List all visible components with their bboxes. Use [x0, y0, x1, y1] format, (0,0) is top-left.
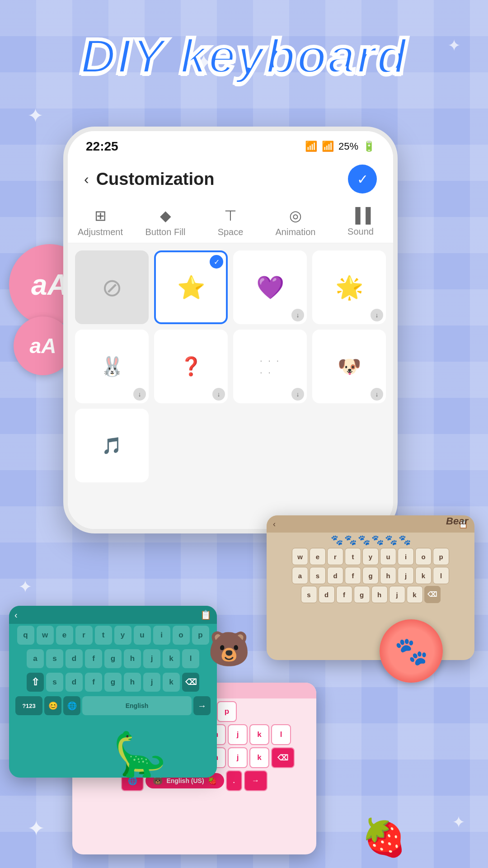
bear-key-j[interactable]: j: [398, 567, 414, 584]
green-key-q[interactable]: q: [17, 626, 34, 645]
green-key-l[interactable]: l: [182, 649, 199, 668]
anim-cell-heart[interactable]: 💜 ↓: [233, 250, 307, 324]
bear-key-y[interactable]: y: [362, 548, 379, 565]
tab-sound[interactable]: ▐▐ Sound: [328, 207, 393, 243]
anim-cell-dots[interactable]: · · ·· · ↓: [233, 330, 307, 403]
bear-key-a[interactable]: a: [292, 567, 308, 584]
green-key-f[interactable]: f: [85, 649, 102, 668]
bear-key-s2[interactable]: s: [301, 586, 317, 603]
anim-cell-dog[interactable]: 🐶 ↓: [312, 330, 386, 403]
pink-enter-key[interactable]: →: [244, 770, 267, 791]
pink-delete-key[interactable]: ⌫: [271, 747, 295, 768]
bear-key-h[interactable]: h: [380, 567, 396, 584]
pink-key-j2[interactable]: j: [228, 747, 248, 768]
pink-key-l[interactable]: l: [271, 724, 291, 745]
green-key-g[interactable]: g: [104, 649, 122, 668]
tab-button-fill[interactable]: ◆ Button Fill: [133, 207, 198, 243]
bear-key-e[interactable]: e: [310, 548, 326, 565]
green-key-k2[interactable]: k: [163, 673, 180, 692]
bear-row-2: a s d f g h j k l: [270, 567, 471, 584]
bear-key-u[interactable]: u: [380, 548, 396, 565]
tab-animation[interactable]: ◎ Animation: [263, 207, 328, 243]
anim-cell-question[interactable]: ❓ ↓: [154, 330, 228, 403]
bear-key-h2[interactable]: h: [371, 586, 388, 603]
green-key-h2[interactable]: h: [124, 673, 141, 692]
green-key-s2[interactable]: s: [46, 673, 63, 692]
green-key-r[interactable]: r: [75, 626, 93, 645]
bear-key-t[interactable]: t: [345, 548, 361, 565]
tab-adjustment[interactable]: ⊞ Adjustment: [68, 207, 133, 243]
bear-row-3: s d f g h j k ⌫: [270, 586, 471, 603]
green-key-t[interactable]: t: [95, 626, 112, 645]
strawberry-decoration: 🍓: [361, 816, 407, 859]
pink-key-k[interactable]: k: [249, 724, 269, 745]
bear-key-g2[interactable]: g: [354, 586, 370, 603]
green-key-h[interactable]: h: [124, 649, 141, 668]
phone-screen: 22:25 📶 📶 25% 🔋 ‹ Customization ✓ ⊞ Adju…: [68, 131, 393, 529]
green-key-d[interactable]: d: [66, 649, 83, 668]
green-key-w[interactable]: w: [37, 626, 54, 645]
bear-key-f2[interactable]: f: [336, 586, 352, 603]
bear-back-icon: ‹: [273, 519, 276, 529]
bear-key-w[interactable]: w: [292, 548, 308, 565]
bear-key-k2[interactable]: k: [407, 586, 423, 603]
app-header: ‹ Customization ✓: [68, 157, 393, 203]
anim-cell-music[interactable]: 🎵: [75, 409, 149, 482]
anim-cell-cinnamoroll[interactable]: 🐰 ↓: [75, 330, 149, 403]
green-key-d2[interactable]: d: [66, 673, 83, 692]
bear-key-p[interactable]: p: [433, 548, 449, 565]
anim-cell-sun[interactable]: 🌟 ↓: [312, 250, 386, 324]
green-space-key[interactable]: English: [82, 696, 192, 715]
green-key-k[interactable]: k: [163, 649, 180, 668]
green-emoji-key[interactable]: 😊: [44, 696, 61, 715]
bear-key-d[interactable]: d: [327, 567, 343, 584]
bear-key-f[interactable]: f: [345, 567, 361, 584]
confirm-button[interactable]: ✓: [348, 165, 377, 193]
pink-key-k2[interactable]: k: [249, 747, 269, 768]
tab-space[interactable]: ⊤ Space: [198, 207, 263, 243]
pink-period-key[interactable]: .: [226, 770, 242, 791]
green-key-i[interactable]: i: [153, 626, 170, 645]
green-key-p[interactable]: p: [192, 626, 209, 645]
green-enter-key[interactable]: →: [193, 696, 211, 715]
bear-key-i[interactable]: i: [398, 548, 414, 565]
bear-key-d2[interactable]: d: [319, 586, 335, 603]
anim-cell-selected[interactable]: ⭐ ✓: [154, 250, 228, 324]
bear-key-k[interactable]: k: [415, 567, 432, 584]
bear-key-s[interactable]: s: [310, 567, 326, 584]
green-key-u[interactable]: u: [134, 626, 151, 645]
bear-delete-key[interactable]: ⌫: [424, 586, 441, 603]
page-title: DIY keyboard: [0, 27, 488, 85]
green-key-j2[interactable]: j: [143, 673, 160, 692]
adjustment-icon: ⊞: [94, 207, 107, 224]
dots-icon: · · ·· ·: [260, 355, 281, 378]
bear-key-j2[interactable]: j: [389, 586, 405, 603]
phone-mockup: 22:25 📶 📶 25% 🔋 ‹ Customization ✓ ⊞ Adju…: [63, 127, 398, 533]
green-num-key[interactable]: ?123: [15, 696, 42, 715]
download-badge-question: ↓: [212, 388, 225, 401]
green-key-e[interactable]: e: [56, 626, 73, 645]
green-delete-key[interactable]: ⌫: [182, 673, 199, 692]
pink-key-p[interactable]: p: [217, 701, 237, 722]
green-key-f2[interactable]: f: [85, 673, 102, 692]
green-key-o[interactable]: o: [173, 626, 190, 645]
bear-key-g[interactable]: g: [362, 567, 379, 584]
green-key-s[interactable]: s: [46, 649, 63, 668]
green-key-y[interactable]: y: [114, 626, 131, 645]
bear-title-label: Bear: [446, 515, 468, 527]
green-key-g2[interactable]: g: [104, 673, 122, 692]
pink-key-j[interactable]: j: [228, 724, 248, 745]
download-badge-dog: ↓: [371, 388, 383, 401]
anim-cell-disabled[interactable]: ⊘: [75, 250, 149, 324]
green-shift-key[interactable]: ⇧: [27, 673, 44, 692]
bear-key-o[interactable]: o: [415, 548, 432, 565]
sparkle-4: ✦: [18, 577, 33, 597]
header-left: ‹ Customization: [84, 170, 214, 189]
green-key-a[interactable]: a: [27, 649, 44, 668]
bear-char-sticker: 🐻: [208, 629, 250, 669]
bear-key-l[interactable]: l: [433, 567, 449, 584]
back-button[interactable]: ‹: [84, 171, 89, 188]
green-globe-key[interactable]: 🌐: [63, 696, 80, 715]
bear-key-r[interactable]: r: [327, 548, 343, 565]
green-key-j[interactable]: j: [143, 649, 160, 668]
